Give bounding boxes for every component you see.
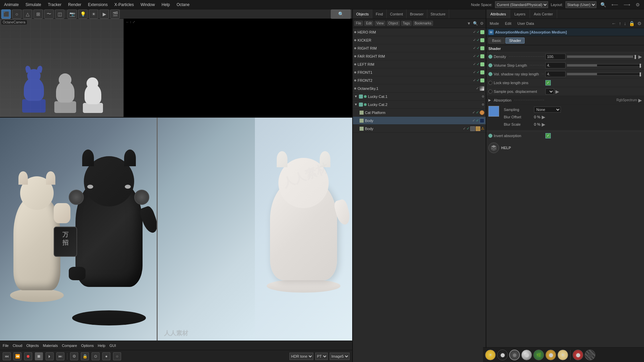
obj-front1[interactable]: FRONT1 ✓ ✓	[353, 68, 486, 76]
tab-attributes[interactable]: Attributes	[486, 9, 510, 18]
play-btn[interactable]: ⏵	[46, 352, 54, 360]
view-btn[interactable]: View	[375, 21, 385, 26]
density-expand-btn[interactable]: ▶	[638, 54, 642, 59]
circle2-btn[interactable]: ○	[113, 352, 121, 360]
nav-down-btn[interactable]: ↓	[623, 21, 627, 26]
invert-radio[interactable]	[488, 134, 492, 138]
sample-expand-btn[interactable]: ▶	[555, 89, 559, 94]
obj-hero-rim[interactable]: HERO RIM ✓ ✓	[353, 28, 486, 36]
menu-render[interactable]: Render	[67, 2, 83, 8]
play-begin-btn[interactable]: ⏮	[3, 352, 11, 360]
absorption-arrow[interactable]: ▶	[488, 98, 491, 102]
tab-objects[interactable]: Objects	[353, 9, 372, 18]
bottom-menu-gui[interactable]: GUI	[109, 344, 116, 348]
obj-front2[interactable]: FRONT2 ✓ ✓	[353, 76, 486, 84]
menu-octane[interactable]: Octane	[175, 2, 191, 8]
obj-kicker[interactable]: KICKER ✓ ✓	[353, 36, 486, 44]
obj-cat-platform[interactable]: Cat Platform ✓ ✓	[353, 109, 486, 117]
mat-icon-sun[interactable]: ☀	[485, 350, 496, 360]
tab-structure[interactable]: Structure	[427, 9, 449, 18]
obj-lucky-cat-2[interactable]: ▼ Lucky Cat.2 ⚙	[353, 101, 486, 109]
mat-icon-dark[interactable]: ⬤	[497, 350, 508, 360]
sample-pos-dropdown[interactable]	[545, 88, 554, 95]
attr-mode-btn[interactable]: Mode	[488, 21, 501, 26]
toolbar-cube-icon[interactable]: ⬛	[1, 9, 11, 19]
menu-animate[interactable]: Animate	[3, 2, 20, 8]
toolbar-subdivide-icon[interactable]: ◫	[55, 9, 64, 19]
obj-body-1[interactable]: Body ✓ ✓	[353, 117, 486, 125]
lock-step-radio[interactable]	[488, 81, 492, 85]
mat-icon-leaves[interactable]: 🌿	[533, 350, 544, 360]
help-icon[interactable]	[488, 142, 499, 153]
toolbar-sphere-icon[interactable]: ○	[12, 9, 21, 19]
absorption-expand-btn[interactable]: ▶	[638, 98, 642, 103]
tab-layers[interactable]: Layers	[510, 9, 530, 18]
object-btn[interactable]: Object	[387, 21, 400, 26]
bottom-menu-options[interactable]: Options	[81, 344, 94, 348]
bottom-menu-help[interactable]: Help	[98, 344, 106, 348]
obj-octanesky[interactable]: OctaneSky.1 ✓	[353, 84, 486, 93]
attr-edit-btn[interactable]: Edit	[503, 21, 514, 26]
expand-lucky1[interactable]: ▼	[354, 95, 358, 98]
toolbar-lattice-icon[interactable]: ⊞	[34, 9, 43, 19]
bottom-menu-file[interactable]: File	[3, 344, 9, 348]
lock-step-checkbox[interactable]: ✓	[545, 80, 551, 85]
menu-extensions[interactable]: Extensions	[87, 2, 109, 8]
toolbar-cone-icon[interactable]: △	[23, 9, 32, 19]
density-radio[interactable]	[488, 55, 492, 59]
sampling-select[interactable]: None	[534, 107, 561, 113]
node-space-select[interactable]: Current (Standard/Physical)	[495, 1, 548, 8]
obj-left-rim[interactable]: LEFT RIM ✓ ✓	[353, 60, 486, 68]
mat-icon-sphere[interactable]: ⬤	[521, 350, 532, 360]
obj-right-rim[interactable]: RIGHT RIM ✓ ✓	[353, 44, 486, 52]
icon-nav2[interactable]: ⟶	[622, 1, 632, 8]
play-end-btn[interactable]: ⏭	[56, 352, 64, 360]
density-bar[interactable]	[567, 55, 637, 58]
obj-far-right-rim[interactable]: FAR RIGHT RIM ✓ ✓	[353, 52, 486, 60]
shader-tab-basic[interactable]: Basic	[488, 38, 505, 44]
bottom-menu-cloud[interactable]: Cloud	[13, 344, 22, 348]
icon-search[interactable]: 🔍	[599, 1, 607, 8]
vol-step-input[interactable]	[545, 62, 566, 68]
vol-shadow-radio[interactable]	[488, 72, 492, 76]
nav-settings-btn[interactable]: ⚙	[636, 21, 643, 26]
tags-btn[interactable]: Tags	[401, 21, 412, 26]
camera-btn[interactable]: ⊙	[92, 352, 100, 360]
tab-find[interactable]: Find	[372, 9, 386, 18]
mat-icon-red[interactable]: ⬤	[573, 350, 583, 360]
search-icon[interactable]: 🔍	[472, 20, 479, 26]
menu-simulate[interactable]: Simulate	[24, 2, 43, 8]
vol-step-bar[interactable]	[567, 64, 642, 67]
menu-window[interactable]: Window	[139, 2, 156, 8]
absorption-color-swatch[interactable]	[488, 106, 499, 117]
mat-icon-gold[interactable]: ⬤	[545, 350, 556, 360]
menu-help[interactable]: Help	[160, 2, 171, 8]
toolbar-camera-icon[interactable]: 📷	[67, 9, 77, 19]
blur-scale-expand[interactable]: ▶	[542, 122, 545, 127]
bookmarks-btn[interactable]: Bookmarks	[413, 21, 433, 26]
circle-btn[interactable]: ●	[102, 352, 110, 360]
image-select[interactable]: Image5	[330, 353, 350, 360]
mat-icon-circle[interactable]: ◎	[509, 350, 520, 360]
settings-btn[interactable]: ⚙	[70, 352, 78, 360]
toolbar-light-icon[interactable]: 💡	[78, 9, 88, 19]
obj-body-2[interactable]: Body ✓ ✓ ⚠	[353, 125, 486, 133]
expand-lucky2[interactable]: ▼	[354, 103, 358, 106]
icon-settings[interactable]: ⚙	[634, 1, 641, 8]
toolbar-sun-icon[interactable]: ☀	[89, 9, 98, 19]
layout-select[interactable]: Startup (User)	[566, 1, 596, 8]
lock-btn[interactable]: 🔒	[81, 352, 89, 360]
nav-back-btn[interactable]: ←	[610, 21, 617, 26]
record-btn[interactable]: ⏺	[24, 352, 32, 360]
tab-axis-center[interactable]: Axis Center	[530, 9, 557, 18]
shader-tab-shader[interactable]: Shader	[505, 38, 525, 44]
mat-icon-pattern[interactable]: ⬛	[585, 350, 595, 360]
menu-tracker[interactable]: Tracker	[47, 2, 63, 8]
mat-icon-glitter[interactable]: ✦	[557, 350, 568, 360]
vol-shadow-input[interactable]	[545, 71, 566, 77]
icon-nav1[interactable]: ⟵	[610, 1, 620, 8]
nav-lock-btn[interactable]: 🔒	[628, 21, 636, 26]
invert-checkbox[interactable]: ✓	[545, 133, 551, 138]
attr-userdata-btn[interactable]: User Data	[516, 21, 536, 26]
settings-icon[interactable]: ⚙	[479, 20, 484, 26]
